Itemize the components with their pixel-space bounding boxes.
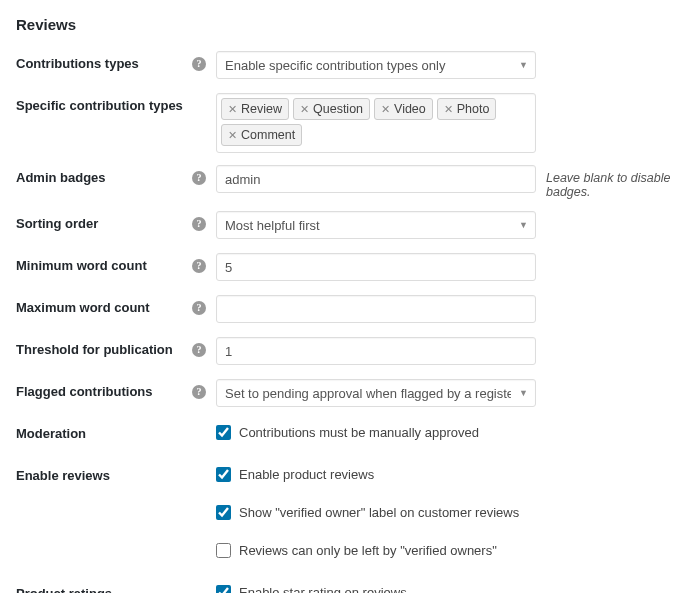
star-rating-check-label: Enable star rating on reviews bbox=[239, 585, 407, 593]
page-title: Reviews bbox=[16, 16, 684, 33]
label-product-ratings: Product ratings bbox=[16, 586, 186, 593]
label-threshold: Threshold for publication bbox=[16, 342, 186, 357]
moderation-checkbox[interactable] bbox=[216, 425, 231, 440]
moderation-check-label: Contributions must be manually approved bbox=[239, 425, 479, 440]
enable-reviews-check-label: Enable product reviews bbox=[239, 467, 374, 482]
label-sorting: Sorting order bbox=[16, 216, 186, 231]
enable-reviews-checkbox[interactable] bbox=[216, 467, 231, 482]
max-words-input[interactable] bbox=[216, 295, 536, 323]
help-icon[interactable]: ? bbox=[192, 301, 206, 315]
verified-owner-check-label: Show "verified owner" label on customer … bbox=[239, 505, 519, 520]
close-icon[interactable]: ✕ bbox=[444, 103, 453, 116]
admin-badges-hint: Leave blank to disable badges. bbox=[536, 165, 684, 199]
only-verified-check-label: Reviews can only be left by "verified ow… bbox=[239, 543, 497, 558]
tag-review[interactable]: ✕Review bbox=[221, 98, 289, 120]
help-icon[interactable]: ? bbox=[192, 171, 206, 185]
admin-badges-input[interactable] bbox=[216, 165, 536, 193]
specific-types-tagbox[interactable]: ✕Review ✕Question ✕Video ✕Photo ✕Comment bbox=[216, 93, 536, 153]
threshold-input[interactable] bbox=[216, 337, 536, 365]
label-flagged: Flagged contributions bbox=[16, 384, 186, 399]
contrib-types-select[interactable]: Enable specific contribution types only bbox=[216, 51, 536, 79]
help-icon[interactable]: ? bbox=[192, 385, 206, 399]
label-contrib-types: Contributions types bbox=[16, 56, 186, 71]
label-admin-badges: Admin badges bbox=[16, 170, 186, 185]
close-icon[interactable]: ✕ bbox=[300, 103, 309, 116]
close-icon[interactable]: ✕ bbox=[228, 103, 237, 116]
star-rating-checkbox[interactable] bbox=[216, 585, 231, 593]
help-icon[interactable]: ? bbox=[192, 259, 206, 273]
tag-question[interactable]: ✕Question bbox=[293, 98, 370, 120]
tag-comment[interactable]: ✕Comment bbox=[221, 124, 302, 146]
label-min-words: Minimum word count bbox=[16, 258, 186, 273]
tag-video[interactable]: ✕Video bbox=[374, 98, 433, 120]
help-icon[interactable]: ? bbox=[192, 57, 206, 71]
verified-owner-checkbox[interactable] bbox=[216, 505, 231, 520]
label-max-words: Maximum word count bbox=[16, 300, 186, 315]
sorting-select[interactable]: Most helpful first bbox=[216, 211, 536, 239]
help-icon[interactable]: ? bbox=[192, 343, 206, 357]
help-icon[interactable]: ? bbox=[192, 217, 206, 231]
tag-photo[interactable]: ✕Photo bbox=[437, 98, 497, 120]
min-words-input[interactable] bbox=[216, 253, 536, 281]
close-icon[interactable]: ✕ bbox=[228, 129, 237, 142]
close-icon[interactable]: ✕ bbox=[381, 103, 390, 116]
only-verified-checkbox[interactable] bbox=[216, 543, 231, 558]
label-moderation: Moderation bbox=[16, 426, 186, 441]
label-enable-reviews: Enable reviews bbox=[16, 468, 186, 483]
label-specific-types: Specific contribution types bbox=[16, 98, 186, 113]
flagged-select[interactable]: Set to pending approval when flagged by … bbox=[216, 379, 536, 407]
